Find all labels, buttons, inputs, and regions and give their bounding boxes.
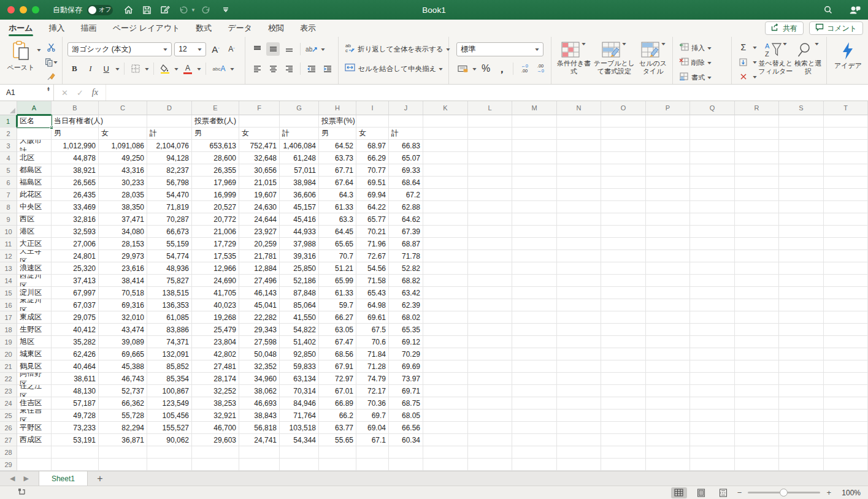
cell-I5[interactable]: 70.77	[356, 164, 389, 177]
cell-F8[interactable]: 24,630	[239, 201, 280, 213]
cell-D25[interactable]: 105,456	[147, 409, 192, 422]
cell-T27[interactable]	[824, 434, 868, 446]
cell-F6[interactable]: 21,015	[239, 177, 280, 189]
cell-G19[interactable]: 51,402	[280, 336, 319, 348]
cell-D17[interactable]: 61,085	[147, 311, 192, 324]
cell-B10[interactable]: 32,593	[52, 226, 99, 238]
cell-P6[interactable]	[646, 177, 690, 189]
cell-G16[interactable]: 85,064	[280, 299, 319, 311]
underline-dropdown-icon[interactable]: ▼	[115, 67, 121, 71]
cell-H18[interactable]: 63.05	[319, 324, 356, 336]
clear-button[interactable]	[737, 70, 750, 83]
cell-R6[interactable]	[735, 177, 779, 189]
cell-T1[interactable]	[824, 115, 868, 128]
cell-S1[interactable]	[779, 115, 824, 128]
cell-S18[interactable]	[779, 324, 824, 336]
cell-H6[interactable]: 67.64	[319, 177, 356, 189]
cell-I27[interactable]: 67.1	[356, 434, 389, 446]
cell-I11[interactable]: 71.96	[356, 238, 389, 250]
cell-B19[interactable]: 35,282	[52, 336, 99, 348]
cell-B20[interactable]: 62,426	[52, 348, 99, 360]
cell-Q2[interactable]	[690, 128, 735, 140]
cell-S27[interactable]	[779, 434, 824, 446]
cell-I16[interactable]: 64.98	[356, 299, 389, 311]
cell-styles-button[interactable]: ▼ セルのスタイル	[637, 42, 669, 82]
cell-D13[interactable]: 48,936	[147, 262, 192, 275]
cell-T15[interactable]	[824, 287, 868, 299]
cell-E6[interactable]: 17,969	[192, 177, 239, 189]
cell-F16[interactable]: 45,041	[239, 299, 280, 311]
cell-L9[interactable]	[468, 213, 512, 226]
font-size-select[interactable]: 12▼	[174, 42, 206, 56]
copy-button[interactable]: ▼	[45, 55, 58, 69]
cell-T8[interactable]	[824, 201, 868, 213]
accounting-format-button[interactable]	[456, 62, 470, 75]
insert-dropdown-icon[interactable]: ▼	[706, 46, 712, 50]
cell-N29[interactable]	[557, 459, 601, 471]
cell-D7[interactable]: 54,470	[147, 189, 192, 201]
cell-K12[interactable]	[423, 250, 468, 262]
cell-A15[interactable]: 淀川区	[17, 287, 52, 299]
cell-O20[interactable]	[601, 348, 646, 360]
ideas-button[interactable]: アイデア	[832, 42, 864, 70]
redo-icon[interactable]	[199, 3, 213, 17]
row-header-4[interactable]: 4	[0, 152, 17, 164]
cell-L16[interactable]	[468, 299, 512, 311]
decrease-indent-button[interactable]	[305, 62, 318, 75]
cell-A8[interactable]: 中央区	[17, 201, 52, 213]
cell-Q6[interactable]	[690, 177, 735, 189]
cell-J7[interactable]: 67.2	[389, 189, 423, 201]
cell-T5[interactable]	[824, 164, 868, 177]
clear-dropdown-icon[interactable]: ▼	[751, 75, 758, 79]
cell-D23[interactable]: 100,867	[147, 385, 192, 397]
cell-K17[interactable]	[423, 311, 468, 324]
comments-button[interactable]: コメント	[809, 21, 863, 35]
cell-L11[interactable]	[468, 238, 512, 250]
cell-M29[interactable]	[512, 459, 557, 471]
cell-I24[interactable]: 70.36	[356, 397, 389, 409]
cell-G25[interactable]: 71,764	[280, 409, 319, 422]
cell-O7[interactable]	[601, 189, 646, 201]
number-format-select[interactable]: 標準▼	[456, 42, 543, 56]
cell-M2[interactable]	[512, 128, 557, 140]
cell-O4[interactable]	[601, 152, 646, 164]
cell-J12[interactable]: 71.78	[389, 250, 423, 262]
cell-F21[interactable]: 32,352	[239, 360, 280, 373]
cell-H23[interactable]: 67.01	[319, 385, 356, 397]
cell-N19[interactable]	[557, 336, 601, 348]
cell-I2[interactable]: 女	[356, 128, 389, 140]
row-header-2[interactable]: 2	[0, 128, 17, 140]
cell-J27[interactable]: 60.34	[389, 434, 423, 446]
cell-C5[interactable]: 43,316	[99, 164, 147, 177]
cell-P27[interactable]	[646, 434, 690, 446]
cell-C23[interactable]: 52,737	[99, 385, 147, 397]
cell-A9[interactable]: 西区	[17, 213, 52, 226]
increase-indent-button[interactable]	[321, 62, 334, 75]
cell-M1[interactable]	[512, 115, 557, 128]
cell-R17[interactable]	[735, 311, 779, 324]
cell-Q4[interactable]	[690, 152, 735, 164]
phonetic-dropdown-icon[interactable]: ▼	[229, 67, 235, 71]
cell-P4[interactable]	[646, 152, 690, 164]
cell-F3[interactable]: 752,471	[239, 140, 280, 152]
cell-F1[interactable]	[239, 115, 280, 128]
column-header-R[interactable]: R	[735, 101, 779, 115]
cell-G17[interactable]: 41,550	[280, 311, 319, 324]
cell-T22[interactable]	[824, 373, 868, 385]
cell-F19[interactable]: 27,598	[239, 336, 280, 348]
copy-dropdown-icon[interactable]: ▼	[53, 60, 59, 64]
cell-H28[interactable]	[319, 446, 356, 459]
cell-K28[interactable]	[423, 446, 468, 459]
cell-R2[interactable]	[735, 128, 779, 140]
cell-F27[interactable]: 24,741	[239, 434, 280, 446]
row-header-19[interactable]: 19	[0, 336, 17, 348]
presence-icon[interactable]	[848, 3, 862, 17]
customize-toolbar-icon[interactable]	[219, 3, 232, 17]
cell-M7[interactable]	[512, 189, 557, 201]
cell-D6[interactable]: 56,798	[147, 177, 192, 189]
cell-R19[interactable]	[735, 336, 779, 348]
cell-D3[interactable]: 2,104,076	[147, 140, 192, 152]
cell-G12[interactable]: 39,316	[280, 250, 319, 262]
cell-P18[interactable]	[646, 324, 690, 336]
cell-P3[interactable]	[646, 140, 690, 152]
